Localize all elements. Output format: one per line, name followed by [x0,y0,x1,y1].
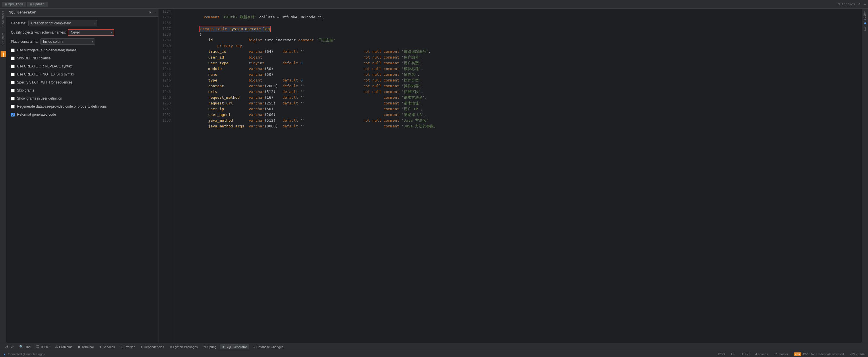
toolbar-dependencies[interactable]: ◈ Dependencies [138,345,166,349]
right-panel: 1234 1235 1236 1237 1238 1239 1240 1241 … [158,9,862,343]
close-panel-icon[interactable]: — [153,10,155,14]
checkbox-regenerate-label[interactable]: Regenerate database-provided code of pro… [17,104,107,108]
generate-label: Generate: [11,21,26,25]
top-bar-left: ▤ bpm_form ▤ Update [2,2,48,7]
connection-text: Connected (4 minutes ago) [7,352,45,356]
services-icon: ◈ [99,345,102,349]
toolbar-sqlgenerator[interactable]: ◈ SQL Generator [220,345,249,349]
top-bar-right: ⊞ Indexes ⚙ — [838,2,866,6]
dependencies-icon: ◈ [141,345,143,349]
find-icon: 🔍 [19,345,23,349]
status-bar-right: 12:24 LF UTF-8 4 spaces ⎇ master aws AWS… [716,352,866,356]
top-bar: ▤ bpm_form ▤ Update ⊞ Indexes ⚙ — [0,0,868,9]
sidebar-item-aws[interactable]: aws [1,51,5,57]
problems-icon: ⚠ [55,345,58,349]
constraints-select-wrapper: Inside column [40,38,95,45]
checkbox-create-replace-label[interactable]: Use CREATE OR REPLACE syntax [17,64,72,68]
status-bar-left: ● Connected (4 minutes ago) [2,352,45,356]
status-spaces[interactable]: 4 spaces [754,352,769,356]
checkbox-create-replace-input[interactable] [11,65,14,68]
toolbar-terminal[interactable]: ▶ Terminal [76,345,96,349]
toolbar-find[interactable]: 🔍 Find [17,345,33,349]
checkbox-skipgrants-input[interactable] [11,89,14,92]
status-connection[interactable]: ● Connected (4 minutes ago) [2,352,45,356]
checkbox-regenerate: Regenerate database-provided code of pro… [11,104,154,109]
left-vertical-sidebar: Bookmarks Structure aws [0,9,6,343]
checkbox-showgrants-input[interactable] [11,97,14,100]
status-lf[interactable]: LF [730,352,736,356]
code-content[interactable]: comment 'OAuth2 刷新令牌' collate = utf8mb4_… [174,9,862,343]
constraints-label: Place constraints: [11,40,38,44]
status-time: 12:24 [716,352,727,356]
checkbox-skipgrants: Skip grants [11,88,154,93]
checkbox-create-ifnotexists-label[interactable]: Use CREATE IF NOT EXISTS syntax [17,72,74,76]
code-line-1237: ( [177,26,858,32]
toolbar-dbchanges[interactable]: ⊞ Database Changes [250,345,286,349]
settings-icon[interactable]: ⚙ [149,10,151,14]
toolbar-git[interactable]: ⎇ Git [2,345,16,349]
tab-icon: ▤ [30,2,32,6]
sidebar-item-bookmarks[interactable]: Bookmarks [1,11,5,27]
tab-update[interactable]: ▤ Update [27,2,48,7]
checkbox-definer-input[interactable] [11,57,14,60]
minus-icon[interactable]: — [864,3,866,6]
constraints-select[interactable]: Inside column [40,38,95,45]
checkbox-skipgrants-label[interactable]: Skip grants [17,88,34,92]
qualify-row: Qualify objects with schema names: Never [11,29,154,36]
top-tabs: ▤ bpm_form ▤ Update [2,2,48,7]
checkbox-create-replace: Use CREATE OR REPLACE syntax [11,64,154,69]
panel-title: SQL Generator [9,11,36,14]
bio-icon[interactable]: Bio [863,25,867,33]
checkbox-showgrants-label[interactable]: Show grants in user definition [17,96,62,100]
generate-select[interactable]: Creation script completely [28,20,97,26]
checkbox-create-ifnotexists-input[interactable] [11,73,14,76]
checkbox-surrogate-label[interactable]: Use surrogate (auto-generated) names [17,48,76,52]
status-branch[interactable]: ⎇ master [772,352,789,356]
toolbar-spring[interactable]: ❋ Spring [201,345,219,349]
terminal-icon: ▶ [79,345,81,349]
bottom-toolbar: ⎇ Git 🔍 Find ☰ TODO ⚠ Problems ▶ Termina… [0,343,868,351]
checkbox-regenerate-input[interactable] [11,105,14,108]
toolbar-profiler[interactable]: ◎ Profiler [118,345,137,349]
sview-icon[interactable]: SView [863,10,867,22]
checkbox-reformat-input[interactable] [11,113,14,117]
checkbox-surrogate-input[interactable] [11,48,14,52]
checkbox-startwith-input[interactable] [11,80,14,85]
toolbar-todo[interactable]: ☰ TODO [34,345,52,349]
panel-header-icons: ⚙ — [149,10,155,14]
git-icon: ⎇ [5,345,8,349]
code-line-1240: trace_id varchar(64) default '' not null… [177,43,858,49]
code-line-1238: id bigint auto_increment comment '日志主键' [177,32,858,37]
status-aws[interactable]: aws AWS: No credentials selected [793,352,845,356]
toolbar-problems[interactable]: ⚠ Problems [53,345,74,349]
checkbox-definer-label[interactable]: Skip DEFINER clause [17,56,51,60]
code-line-1234: comment 'OAuth2 刷新令牌' collate = utf8mb4_… [177,9,858,14]
checkbox-create-ifnotexists: Use CREATE IF NOT EXISTS syntax [11,72,154,77]
qualify-select[interactable]: Never [68,29,114,36]
connection-icon: ● [3,352,5,356]
branch-icon: ⎇ [774,352,777,356]
indexes-tab[interactable]: ⊞ Indexes [838,2,855,6]
todo-icon: ☰ [36,345,39,349]
gear-icon[interactable]: ⚙ [859,2,861,6]
sqlgen-icon: ◈ [222,345,224,349]
qualify-select-wrapper: Never [68,29,114,36]
tab-bpm-form[interactable]: ▤ bpm_form [2,2,26,7]
table-icon: ⊞ [838,3,840,6]
checkbox-reformat-label[interactable]: Reformat generated code [17,112,56,117]
aws-badge: aws [1,51,6,57]
right-mini-sidebar: SView Bio [862,9,868,343]
checkbox-definer: Skip DEFINER clause [11,56,154,61]
checkbox-startwith-label[interactable]: Specify START WITH for sequences [17,80,72,85]
checkbox-surrogate: Use surrogate (auto-generated) names [11,47,154,53]
toolbar-python[interactable]: ◈ Python Packages [167,345,200,349]
aws-status-badge: aws [794,352,801,356]
status-encoding[interactable]: UTF-8 [739,352,751,356]
qualify-label: Qualify objects with schema names: [11,30,66,34]
toolbar-services[interactable]: ◈ Services [97,345,117,349]
python-icon: ◈ [169,345,172,349]
generate-row: Generate: Creation script completely [11,20,154,26]
left-panel: SQL Generator ⚙ — Generate: Creation scr… [6,9,158,343]
sidebar-item-structure[interactable]: Structure [1,32,5,45]
checkbox-startwith: Specify START WITH for sequences [11,80,154,85]
